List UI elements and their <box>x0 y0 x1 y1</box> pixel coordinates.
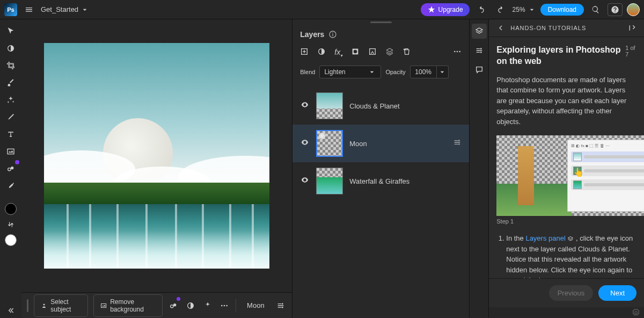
remove-background-button[interactable]: Remove background <box>93 294 163 317</box>
info-icon[interactable] <box>328 30 337 39</box>
layer-options-button[interactable] <box>275 298 287 313</box>
select-subject-button[interactable]: Select subject <box>34 294 88 317</box>
properties-rail-button[interactable] <box>472 43 487 58</box>
comment-icon <box>475 66 484 74</box>
paint-tool[interactable] <box>3 110 18 125</box>
svg-point-11 <box>226 305 228 306</box>
adjustment-layer-button[interactable] <box>317 47 326 58</box>
adjustments-tool[interactable] <box>3 41 18 56</box>
svg-point-22 <box>454 51 456 53</box>
image-icon <box>100 301 107 310</box>
crop-tool[interactable] <box>3 58 18 73</box>
tutorial-instruction: In the Layers panel , click the eye icon… <box>496 233 636 278</box>
tutorial-description: Photoshop documents are made of layers t… <box>496 75 636 127</box>
download-button[interactable]: Download <box>540 4 584 16</box>
clip-button[interactable] <box>368 47 377 58</box>
panel-grip[interactable] <box>292 19 469 25</box>
eyedropper-tool[interactable] <box>3 178 18 193</box>
tutorial-image-caption: Step 1 <box>496 218 636 225</box>
collapse-icon[interactable] <box>628 24 636 32</box>
star-icon <box>427 5 436 14</box>
layer-thumbnail <box>316 92 343 119</box>
panel-menu-button[interactable] <box>453 47 462 58</box>
svg-point-26 <box>458 143 460 145</box>
tutorial-breadcrumb: HANDS-ON TUTORIALS <box>510 25 586 31</box>
svg-point-20 <box>354 50 357 54</box>
tutorial-title: Exploring layers in Photoshop on the web <box>496 45 625 67</box>
layer-row[interactable]: Waterfall & Giraffes <box>292 162 469 200</box>
clone-tool[interactable] <box>3 161 18 176</box>
user-avatar[interactable] <box>627 3 640 16</box>
opacity-stepper[interactable] <box>437 66 449 78</box>
add-layer-button[interactable] <box>300 47 309 58</box>
visibility-toggle[interactable] <box>300 138 310 149</box>
layer-options-button[interactable] <box>453 138 462 149</box>
context-bar: Select subject Remove background Moon <box>21 292 292 318</box>
layer-name: Moon <box>349 140 447 148</box>
layers-panel-title: Layers <box>300 30 324 39</box>
layer-thumbnail <box>316 130 343 157</box>
ai-tools-button[interactable] <box>168 298 180 313</box>
blend-mode-select[interactable]: Lighten <box>319 66 381 78</box>
brush-tool[interactable] <box>3 75 18 90</box>
svg-point-6 <box>171 305 173 307</box>
chevron-left-icon[interactable] <box>496 24 505 32</box>
eye-icon <box>301 176 309 184</box>
layers-rail-button[interactable] <box>472 24 487 39</box>
background-color-swatch[interactable] <box>5 234 17 246</box>
delete-layer-button[interactable] <box>402 47 411 58</box>
eye-icon <box>301 138 309 147</box>
group-button[interactable] <box>385 47 394 58</box>
menu-icon[interactable] <box>21 2 36 17</box>
svg-rect-5 <box>101 303 106 307</box>
svg-point-25 <box>458 140 460 141</box>
svg-point-23 <box>457 51 458 53</box>
svg-point-9 <box>221 305 223 306</box>
svg-point-28 <box>480 52 482 53</box>
layer-row[interactable]: Clouds & Planet <box>292 87 469 125</box>
canvas[interactable] <box>44 43 269 269</box>
help-icon <box>611 5 619 14</box>
document-name-dropdown[interactable]: Get_Started <box>41 5 89 14</box>
blend-label: Blend <box>300 69 315 75</box>
opacity-input[interactable]: 100% <box>410 66 437 78</box>
redo-button[interactable] <box>493 2 508 17</box>
swap-colors[interactable] <box>3 217 18 232</box>
grip-icon[interactable] <box>27 299 28 312</box>
chevron-down-icon <box>80 5 89 14</box>
zoom-dropdown[interactable]: 25% <box>513 5 536 14</box>
move-tool[interactable] <box>3 24 18 39</box>
comments-rail-button[interactable] <box>472 62 487 77</box>
next-button[interactable]: Next <box>598 285 636 301</box>
upgrade-button[interactable]: Upgrade <box>421 3 470 16</box>
gear-icon[interactable] <box>632 309 640 316</box>
tools-toolbar <box>0 19 21 318</box>
effects-button[interactable] <box>202 298 214 313</box>
fx-button[interactable]: fx▾ <box>334 48 342 58</box>
search-button[interactable] <box>588 2 603 17</box>
search-icon <box>591 5 600 14</box>
svg-point-10 <box>224 305 225 306</box>
type-tool[interactable] <box>3 127 18 142</box>
layer-name: Clouds & Planet <box>349 102 462 110</box>
visibility-toggle[interactable] <box>300 176 310 186</box>
image-tool[interactable] <box>3 144 18 159</box>
expand-toolbar[interactable] <box>3 303 18 318</box>
ps-logo[interactable]: Ps <box>4 3 17 16</box>
more-button[interactable] <box>219 298 231 313</box>
help-button[interactable] <box>608 3 623 16</box>
layers-panel: Layers fx▾ Blend Lighten Opacity 100% <box>292 19 469 318</box>
svg-point-2 <box>8 168 11 171</box>
foreground-color-swatch[interactable] <box>5 203 17 215</box>
visibility-toggle[interactable] <box>300 100 310 111</box>
layers-panel-link[interactable]: Layers panel <box>525 234 565 242</box>
sparkle-tool[interactable] <box>3 92 18 107</box>
mask-button[interactable] <box>351 47 360 58</box>
layer-row[interactable]: Moon <box>292 125 469 162</box>
svg-point-13 <box>282 307 283 308</box>
undo-button[interactable] <box>474 2 489 17</box>
right-rail <box>469 19 488 318</box>
adjustment-button[interactable] <box>185 298 196 313</box>
redo-icon <box>496 5 505 14</box>
active-layer-name: Moon <box>241 301 270 309</box>
